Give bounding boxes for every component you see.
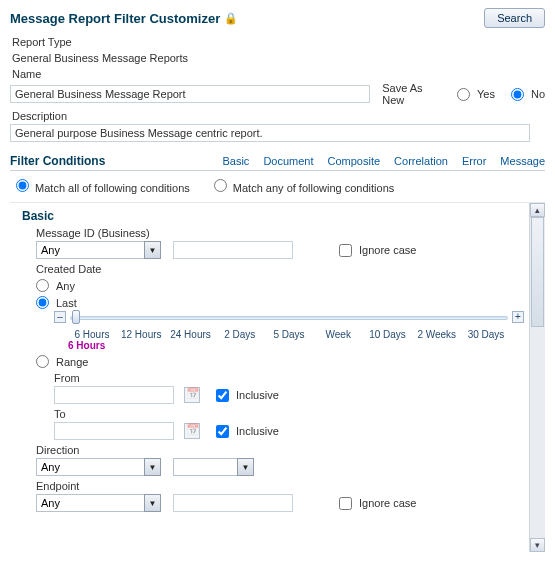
message-id-value-input[interactable] bbox=[173, 241, 293, 259]
page-title: Message Report Filter Customizer bbox=[10, 11, 220, 26]
slider-value-display: 6 Hours bbox=[68, 340, 524, 351]
range-to-input[interactable] bbox=[54, 422, 174, 440]
scroll-track[interactable] bbox=[530, 217, 545, 538]
direction-label: Direction bbox=[36, 444, 527, 456]
direction-input[interactable] bbox=[36, 458, 144, 476]
description-input[interactable] bbox=[10, 124, 530, 142]
name-label: Name bbox=[12, 68, 545, 80]
endpoint-value-input[interactable] bbox=[173, 494, 293, 512]
range-to-inclusive[interactable]: Inclusive bbox=[216, 425, 279, 438]
description-label: Description bbox=[12, 110, 545, 122]
match-all-radio[interactable]: Match all of following conditions bbox=[16, 179, 190, 194]
endpoint-label: Endpoint bbox=[36, 480, 527, 492]
chevron-down-icon[interactable]: ▼ bbox=[144, 494, 161, 512]
chevron-down-icon[interactable]: ▼ bbox=[144, 458, 161, 476]
match-any-radio[interactable]: Match any of following conditions bbox=[214, 179, 395, 194]
lock-icon: 🔒 bbox=[224, 12, 238, 25]
endpoint-input[interactable] bbox=[36, 494, 144, 512]
slider-tick-labels: 6 Hours 12 Hours 24 Hours 2 Days 5 Days … bbox=[68, 329, 510, 340]
filter-tabs: Basic Document Composite Correlation Err… bbox=[222, 155, 545, 167]
message-id-op-input[interactable] bbox=[36, 241, 144, 259]
endpoint-ignore-case[interactable]: Ignore case bbox=[339, 497, 416, 510]
created-date-label: Created Date bbox=[36, 263, 527, 275]
scroll-down-button[interactable]: ▾ bbox=[530, 538, 545, 552]
range-from-inclusive[interactable]: Inclusive bbox=[216, 389, 279, 402]
slider-handle[interactable] bbox=[72, 310, 80, 324]
tab-composite[interactable]: Composite bbox=[328, 155, 381, 167]
tab-correlation[interactable]: Correlation bbox=[394, 155, 448, 167]
range-from-label: From bbox=[54, 372, 527, 384]
filter-scroll-pane: Basic Message ID (Business) ▼ Ignore cas… bbox=[10, 202, 545, 552]
created-date-any-radio[interactable]: Any bbox=[36, 279, 527, 292]
endpoint-combo[interactable]: ▼ bbox=[36, 494, 161, 512]
slider-minus-button[interactable]: – bbox=[54, 311, 66, 323]
slider-plus-button[interactable]: + bbox=[512, 311, 524, 323]
created-date-range-radio[interactable]: Range bbox=[36, 355, 527, 368]
direction-value-input[interactable] bbox=[173, 458, 237, 476]
range-to-label: To bbox=[54, 408, 527, 420]
save-as-new-yes[interactable]: Yes bbox=[457, 88, 495, 101]
direction-value-combo[interactable]: ▼ bbox=[173, 458, 254, 476]
save-as-new-label: Save As New bbox=[382, 82, 441, 106]
created-date-slider[interactable]: – + 6 Hours 12 Hours 24 Hours 2 Days 5 D… bbox=[54, 313, 524, 351]
message-id-op-combo[interactable]: ▼ bbox=[36, 241, 161, 259]
search-button[interactable]: Search bbox=[484, 8, 545, 28]
chevron-down-icon[interactable]: ▼ bbox=[237, 458, 254, 476]
chevron-down-icon[interactable]: ▼ bbox=[144, 241, 161, 259]
direction-combo[interactable]: ▼ bbox=[36, 458, 161, 476]
report-type-value: General Business Message Reports bbox=[12, 52, 545, 64]
calendar-icon[interactable] bbox=[184, 423, 200, 439]
slider-track[interactable] bbox=[70, 316, 508, 320]
calendar-icon[interactable] bbox=[184, 387, 200, 403]
message-id-label: Message ID (Business) bbox=[36, 227, 527, 239]
report-type-label: Report Type bbox=[12, 36, 545, 48]
created-date-last-radio[interactable]: Last bbox=[36, 296, 527, 309]
scroll-thumb[interactable] bbox=[531, 217, 544, 327]
message-id-ignore-case[interactable]: Ignore case bbox=[339, 244, 416, 257]
scroll-up-button[interactable]: ▴ bbox=[530, 203, 545, 217]
range-from-input[interactable] bbox=[54, 386, 174, 404]
name-input[interactable] bbox=[10, 85, 370, 103]
basic-group-title: Basic bbox=[22, 209, 527, 223]
tab-error[interactable]: Error bbox=[462, 155, 486, 167]
tab-document[interactable]: Document bbox=[263, 155, 313, 167]
save-as-new-no[interactable]: No bbox=[511, 88, 545, 101]
tab-basic[interactable]: Basic bbox=[222, 155, 249, 167]
tab-message[interactable]: Message bbox=[500, 155, 545, 167]
vertical-scrollbar[interactable]: ▴ ▾ bbox=[529, 203, 545, 552]
filter-conditions-title: Filter Conditions bbox=[10, 154, 105, 168]
